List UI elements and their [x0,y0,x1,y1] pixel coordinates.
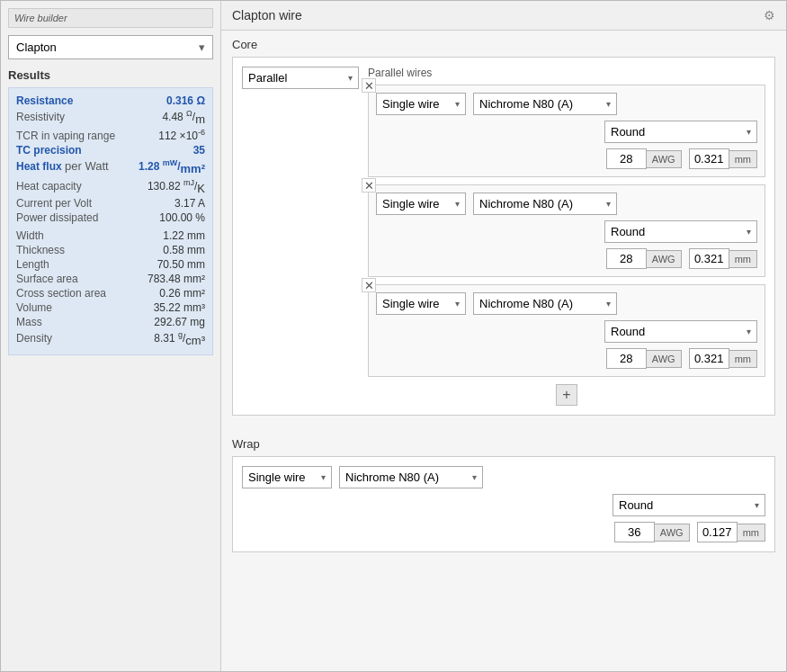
diam-unit-2: mm [729,250,757,268]
results-title: Results [8,68,213,82]
wire-type-val-3: Single wire [382,297,440,310]
wrap-diam-group: mm [697,522,765,542]
wrap-row3: AWG mm [242,522,765,542]
val-length: 70.50 mm [157,258,205,271]
wire-material-val-1: Nichrome N80 (A) [479,97,573,111]
diam-group-3: mm [689,348,757,369]
wrap-row1: Single wire ▾ Nichrome N80 (A) ▾ [242,466,765,488]
wire-material-select-3[interactable]: Nichrome N80 (A) ▾ [473,292,617,315]
result-power: Power dissipated 100.00 % [16,211,205,225]
val-volume: 35.22 mm³ [154,301,205,314]
panel-title: Wire builder [8,8,213,28]
wire-material-chevron-2: ▾ [606,199,611,209]
gear-icon[interactable]: ⚙ [764,8,775,22]
label-mass: Mass [16,316,42,328]
val-power: 100.00 % [159,211,205,224]
close-icon-1: ✕ [364,79,374,93]
add-wire-button[interactable]: + [556,384,577,406]
wire-entry-1: ✕ Single wire ▾ Nichrome N80 (A) ▾ [368,85,765,177]
result-surface: Surface area 783.48 mm² [16,272,205,286]
wire-shape-val-2: Round [611,225,645,238]
wire-row1-1: Single wire ▾ Nichrome N80 (A) ▾ [376,93,757,115]
gauge-group-1: AWG [606,148,682,169]
wire-type-select-1[interactable]: Single wire ▾ [376,93,466,115]
result-resistivity: Resistivity 4.48 Ω/m [16,108,205,127]
wire-close-1[interactable]: ✕ [362,78,376,93]
diam-group-2: mm [689,248,757,269]
wrap-type-val: Single wire [248,470,306,484]
val-tc-precision: 35 [193,144,205,157]
label-density: Density [16,332,52,345]
wrap-gauge-unit: AWG [655,524,690,542]
wrap-material-chevron: ▾ [472,472,477,482]
wire-shape-select-1[interactable]: Round ▾ [604,121,757,143]
val-density: 8.31 g/cm³ [154,330,205,347]
val-current-volt: 3.17 A [174,197,205,210]
result-tcr: TCR in vaping range 112 ×10-6 [16,127,205,143]
val-heat-flux: 1.28 mW/mm² [139,158,205,175]
wrap-material-select[interactable]: Nichrome N80 (A) ▾ [339,466,483,488]
result-resistance: Resistance 0.316 Ω [16,94,205,108]
wire-type-label: Clapton [16,40,57,54]
diam-input-2[interactable] [689,248,729,269]
val-surface: 783.48 mm² [148,273,205,285]
label-cross-section: Cross section area [16,287,106,300]
wire-entry-2: ✕ Single wire ▾ Nichrome N80 (A) ▾ [368,184,765,277]
wire-close-3[interactable]: ✕ [362,278,376,292]
wire-material-select-2[interactable]: Nichrome N80 (A) ▾ [473,193,617,215]
core-header: Parallel ▾ Parallel wires ✕ [242,67,765,406]
diam-input-1[interactable] [689,148,729,169]
wire-close-2[interactable]: ✕ [362,178,376,193]
val-mass: 292.67 mg [154,316,205,328]
wire-type-chevron: ▾ [199,40,205,54]
label-power: Power dissipated [16,211,98,224]
gauge-unit-1: AWG [647,150,682,168]
wrap-label: Wrap [232,437,775,451]
wire-material-select-1[interactable]: Nichrome N80 (A) ▾ [473,93,617,115]
val-width: 1.22 mm [163,229,205,242]
wire-type-val-2: Single wire [382,197,440,211]
core-type-select[interactable]: Parallel ▾ [242,67,359,89]
wire-row1-3: Single wire ▾ Nichrome N80 (A) ▾ [376,292,757,315]
wire-shape-chevron-3: ▾ [747,327,751,336]
wire-shape-select-3[interactable]: Round ▾ [604,320,757,343]
wire-material-val-3: Nichrome N80 (A) [479,297,573,310]
wrap-box: Single wire ▾ Nichrome N80 (A) ▾ Round ▾ [232,456,775,552]
val-tcr: 112 ×10-6 [158,128,205,142]
wire-type-chevron-3: ▾ [455,299,460,309]
result-length: Length 70.50 mm [16,257,205,272]
wrap-shape-val: Round [619,498,653,512]
wire-type-val-1: Single wire [382,97,440,111]
result-heat-capacity: Heat capacity 130.82 mJ/K [16,177,205,196]
core-label: Core [232,38,775,51]
wire-type-select-2[interactable]: Single wire ▾ [376,193,466,215]
diam-input-3[interactable] [689,348,729,369]
gauge-input-1[interactable] [606,148,647,169]
wire-row3-2: AWG mm [376,248,757,269]
wire-material-val-2: Nichrome N80 (A) [479,197,573,211]
wrap-gauge-input[interactable] [614,522,655,542]
wire-shape-chevron-1: ▾ [747,127,751,137]
wrap-shape-select[interactable]: Round ▾ [613,494,765,516]
label-tc-precision: TC precision [16,144,82,157]
wire-type-select[interactable]: Clapton ▾ [8,35,213,59]
wire-row3-1: AWG mm [376,148,757,169]
gauge-input-3[interactable] [606,348,647,369]
wire-row1-2: Single wire ▾ Nichrome N80 (A) ▾ [376,193,757,215]
gauge-input-2[interactable] [606,248,647,269]
wrap-type-select[interactable]: Single wire ▾ [242,466,332,488]
wire-shape-select-2[interactable]: Round ▾ [604,220,757,243]
right-panel: Clapton wire ⚙ Core Parallel ▾ [221,1,786,671]
gauge-unit-3: AWG [647,350,682,368]
label-tcr: TCR in vaping range [16,130,115,142]
diam-unit-3: mm [729,350,757,368]
wire-material-chevron-1: ▾ [606,99,611,109]
label-heat-capacity: Heat capacity [16,180,82,193]
gauge-group-2: AWG [606,248,682,269]
result-heat-flux: Heat flux per Watt 1.28 mW/mm² [16,157,205,176]
add-wire-wrapper: + [368,384,765,406]
right-header: Clapton wire ⚙ [221,1,786,31]
wire-type-select-3[interactable]: Single wire ▾ [376,292,466,315]
wire-material-chevron-3: ▾ [606,299,611,309]
wrap-diam-input[interactable] [697,522,738,542]
